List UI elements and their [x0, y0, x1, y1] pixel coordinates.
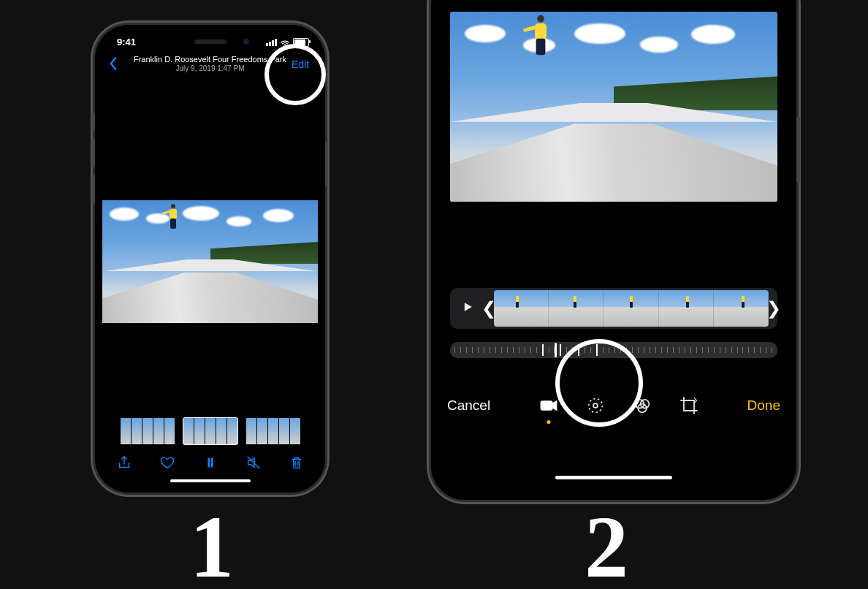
- svg-rect-0: [541, 401, 552, 410]
- play-button[interactable]: [450, 300, 485, 317]
- highlight-circle-edit: [264, 44, 326, 105]
- trash-icon[interactable]: [289, 455, 305, 474]
- video-preview-editor[interactable]: [450, 12, 777, 202]
- trim-handle-left[interactable]: ❮: [485, 298, 492, 319]
- done-button[interactable]: Done: [747, 398, 780, 414]
- heart-icon[interactable]: [159, 455, 175, 474]
- video-timeline[interactable]: ❮ ❯: [450, 288, 777, 329]
- cellular-signal-icon: [266, 39, 277, 46]
- notch: [533, 0, 694, 4]
- status-time: 9:41: [117, 37, 136, 48]
- home-indicator[interactable]: [555, 476, 672, 479]
- home-indicator[interactable]: [170, 479, 251, 482]
- trim-handle-right[interactable]: ❯: [770, 298, 777, 319]
- thumb-group[interactable]: [121, 418, 175, 444]
- thumb-group[interactable]: [246, 418, 300, 444]
- step-number-2: 2: [585, 497, 628, 589]
- step-number-1: 1: [190, 497, 234, 589]
- bottom-toolbar: [102, 452, 318, 476]
- share-icon[interactable]: [116, 455, 132, 474]
- back-button[interactable]: [107, 56, 120, 75]
- phone-mock-2: ❮ ❯: [431, 0, 796, 500]
- video-icon[interactable]: [538, 395, 560, 417]
- video-preview[interactable]: [102, 200, 318, 323]
- pause-icon[interactable]: [202, 455, 218, 474]
- crop-icon[interactable]: [678, 395, 700, 417]
- mute-icon[interactable]: [245, 455, 262, 474]
- timeline-frames[interactable]: [494, 290, 769, 327]
- thumbnail-strip[interactable]: [102, 418, 318, 444]
- highlight-circle-scrubber: [555, 339, 643, 427]
- thumb-group-selected[interactable]: [183, 418, 237, 444]
- cancel-button[interactable]: Cancel: [447, 398, 490, 414]
